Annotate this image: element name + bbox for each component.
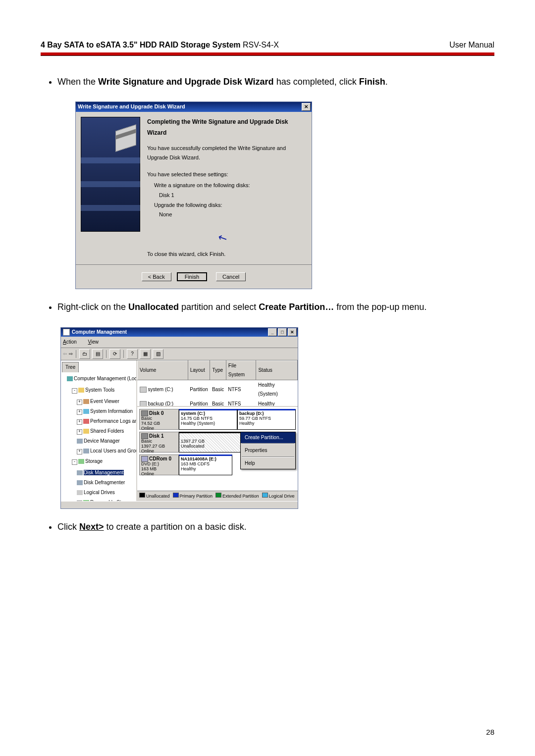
table-row: system (C:)PartitionBasicNTFSHealthy (Sy… xyxy=(138,380,298,399)
disk0-part-backup[interactable]: backup (D:)59.77 GB NTFSHealthy xyxy=(237,409,296,430)
close-icon[interactable]: ✕ xyxy=(288,328,297,336)
computer-icon xyxy=(63,329,70,336)
refresh-icon[interactable]: ⟳ xyxy=(109,349,120,359)
tree-disk-management[interactable]: Disk Management xyxy=(84,470,124,475)
next-link: Next> xyxy=(79,522,104,532)
page-number: 28 xyxy=(486,728,494,736)
wizard-side-banner xyxy=(81,117,140,232)
context-menu[interactable]: Create Partition... Properties Help xyxy=(240,432,296,469)
doc-section: User Manual xyxy=(449,41,494,50)
doc-title: 4 Bay SATA to eSATA 3.5" HDD RAID Storag… xyxy=(41,41,279,50)
disk0-part-system[interactable]: system (C:)14.75 GB NTFSHealthy (System) xyxy=(179,409,237,430)
wizard-heading: Completing the Write Signature and Upgra… xyxy=(147,117,307,138)
tool-icon[interactable]: ▦ xyxy=(140,349,151,359)
cdrom-partition[interactable]: NA1014008A (E:)163 MB CDFSHealthy xyxy=(179,454,232,475)
minimize-icon[interactable]: _ xyxy=(268,328,277,336)
wizard-close-hint: To close this wizard, click Finish. xyxy=(147,250,307,259)
status-bar xyxy=(61,501,298,508)
cm-toolbar: ⇦⇨ 🗀 ▤ ⟳ ? ▦ ▧ xyxy=(61,348,298,360)
tool-icon[interactable]: ▧ xyxy=(153,349,163,359)
header-accent-bar xyxy=(41,52,494,56)
tree-tab[interactable]: Tree xyxy=(62,362,79,372)
cdrom-header: CDRom 0 DVD (E:) 163 MB Online xyxy=(139,454,179,475)
wizard-success-text: You have successfully completed the Writ… xyxy=(147,144,307,163)
context-help[interactable]: Help xyxy=(241,458,295,469)
instruction-step-2: Right-click on the Unallocated partition… xyxy=(57,299,494,508)
wizard-titlebar: Write Signature and Upgrade Disk Wizard … xyxy=(76,102,312,112)
help-icon[interactable]: ? xyxy=(127,349,138,359)
wizard-settings-label: You have selected these settings: xyxy=(147,170,307,180)
instruction-step-1: When the Write Signature and Upgrade Dis… xyxy=(57,74,494,289)
disk0-header: Disk 0 Basic 74.52 GB Online xyxy=(139,409,179,430)
up-folder-icon[interactable]: 🗀 xyxy=(79,349,90,359)
cancel-button[interactable]: Cancel xyxy=(216,272,246,281)
maximize-icon[interactable]: □ xyxy=(278,328,287,336)
disk-legend: Unallocated Primary Partition Extended P… xyxy=(137,491,298,501)
wizard-dialog: Write Signature and Upgrade Disk Wizard … xyxy=(75,101,312,289)
context-properties[interactable]: Properties xyxy=(241,445,295,456)
finish-button[interactable]: Finish xyxy=(177,272,207,281)
instruction-step-3: Click Next> to create a partition on a b… xyxy=(57,519,494,535)
back-button[interactable]: < Back xyxy=(142,272,171,281)
menu-view: View xyxy=(88,339,104,345)
cm-menubar[interactable]: Action View xyxy=(61,337,298,348)
disk1-header: Disk 1 Basic 1397.27 GB Online xyxy=(139,432,179,453)
table-row: backup (D:)PartitionBasicNTFSHealthy xyxy=(138,399,298,407)
computer-management-window: Computer Management _ □ ✕ Action View ⇦⇨… xyxy=(60,327,298,509)
menu-action: Action xyxy=(63,339,82,345)
disk-graphical-view[interactable]: Disk 0 Basic 74.52 GB Online system (C:)… xyxy=(137,407,298,491)
cm-titlebar: Computer Management _ □ ✕ xyxy=(61,328,298,337)
properties-icon[interactable]: ▤ xyxy=(92,349,103,359)
close-icon[interactable]: ✕ xyxy=(302,103,311,111)
nav-tree[interactable]: Tree Computer Management (Local) -System… xyxy=(61,360,137,501)
volume-list[interactable]: Volume Layout Type File System Status sy… xyxy=(137,360,298,407)
context-create-partition[interactable]: Create Partition... xyxy=(241,432,295,443)
disk-stack-icon xyxy=(115,125,136,152)
